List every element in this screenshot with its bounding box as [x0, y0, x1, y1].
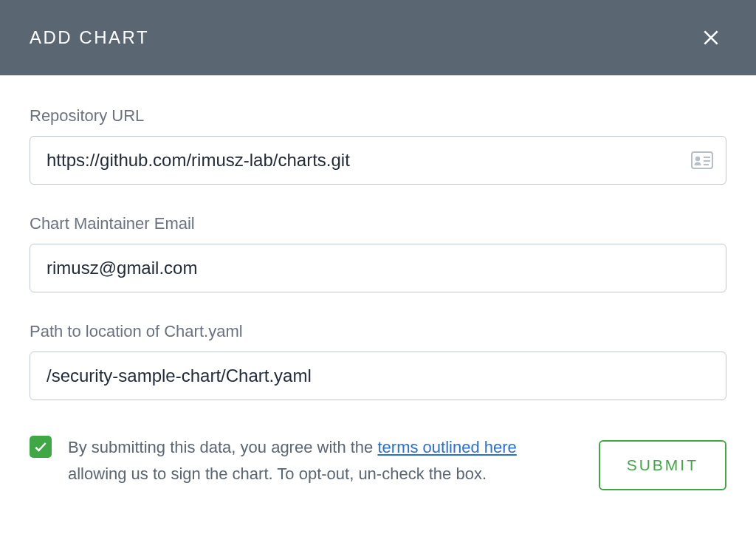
- email-input-wrap: [30, 244, 726, 292]
- agreement-suffix: allowing us to sign the chart. To opt-ou…: [68, 465, 487, 483]
- repo-url-input-wrap: [30, 136, 726, 185]
- close-button[interactable]: [695, 22, 726, 53]
- email-input[interactable]: [30, 244, 726, 292]
- terms-link[interactable]: terms outlined here: [377, 438, 516, 456]
- chart-path-input[interactable]: [30, 352, 726, 400]
- repo-url-field-group: Repository URL: [30, 106, 726, 185]
- close-icon: [701, 28, 721, 47]
- dialog-content: Repository URL Chart Maintainer Email: [0, 75, 756, 545]
- check-icon: [33, 439, 48, 454]
- dialog-header: ADD CHART: [0, 0, 756, 75]
- agreement-section: By submitting this data, you agree with …: [30, 434, 546, 488]
- add-chart-dialog: ADD CHART Repository URL: [0, 0, 756, 545]
- email-label: Chart Maintainer Email: [30, 214, 726, 233]
- repo-url-label: Repository URL: [30, 106, 726, 126]
- agreement-prefix: By submitting this data, you agree with …: [68, 438, 377, 456]
- agreement-text: By submitting this data, you agree with …: [68, 434, 546, 488]
- chart-path-field-group: Path to location of Chart.yaml: [30, 322, 726, 400]
- chart-path-input-wrap: [30, 352, 726, 400]
- dialog-title: ADD CHART: [30, 27, 149, 48]
- submit-button[interactable]: SUBMIT: [599, 440, 726, 490]
- agreement-checkbox[interactable]: [30, 436, 52, 458]
- repo-url-input[interactable]: [30, 136, 726, 185]
- email-field-group: Chart Maintainer Email: [30, 214, 726, 292]
- chart-path-label: Path to location of Chart.yaml: [30, 322, 726, 341]
- bottom-row: By submitting this data, you agree with …: [30, 434, 726, 490]
